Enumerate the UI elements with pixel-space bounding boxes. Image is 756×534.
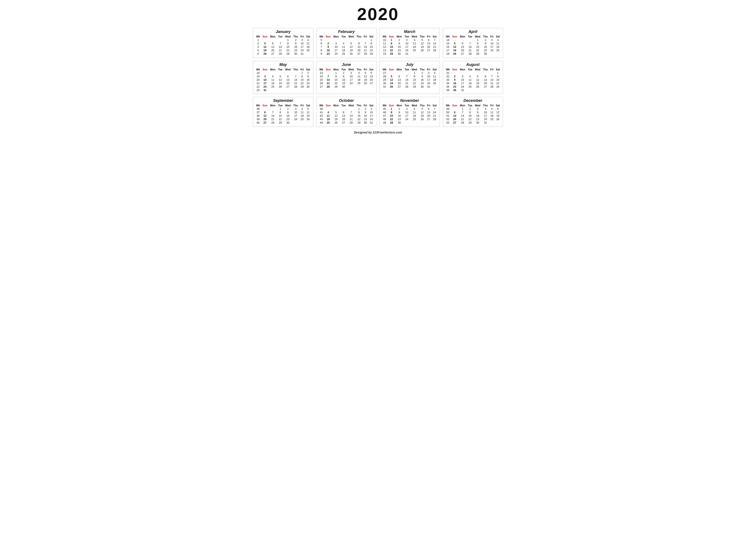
day-cell: 3 xyxy=(458,75,467,78)
week-number: 13 xyxy=(381,49,388,52)
day-cell: 29 xyxy=(495,85,501,89)
day-cell: 28 xyxy=(489,85,495,89)
day-cell: 22 xyxy=(473,49,482,52)
day-cell xyxy=(458,56,467,56)
day-cell: 19 xyxy=(418,114,426,117)
col-header-tue: Tue xyxy=(467,104,473,107)
day-cell: 9 xyxy=(395,111,403,114)
day-cell: 10 xyxy=(482,111,489,114)
month-block-october: OctoberWkSunMonTueWedThuFriSat4012341456… xyxy=(316,97,377,127)
day-cell: 20 xyxy=(368,78,375,82)
day-cell: 4 xyxy=(305,38,311,42)
day-cell xyxy=(340,56,347,56)
col-header-tue: Tue xyxy=(403,35,410,38)
day-cell: 6 xyxy=(451,111,458,114)
month-block-december: DecemberWkSunMonTueWedThuFriSat491234565… xyxy=(443,97,503,127)
day-cell: 21 xyxy=(467,49,473,52)
day-cell: 24 xyxy=(347,82,355,85)
col-header-wk: Wk xyxy=(445,68,451,71)
week-row xyxy=(381,56,438,56)
col-header-wk: Wk xyxy=(445,104,451,107)
day-cell: 27 xyxy=(284,85,292,89)
day-cell: 3 xyxy=(347,71,355,75)
week-number: 43 xyxy=(318,117,325,121)
day-cell: 17 xyxy=(292,114,299,117)
day-cell xyxy=(403,124,410,125)
day-cell: 23 xyxy=(395,49,403,52)
day-cell: 29 xyxy=(284,52,292,56)
col-header-thu: Thu xyxy=(418,104,426,107)
day-cell: 25 xyxy=(305,49,311,52)
month-title: June xyxy=(318,63,375,67)
day-cell: 22 xyxy=(277,117,284,121)
day-cell xyxy=(355,38,363,42)
day-cell xyxy=(403,56,410,56)
day-cell: 22 xyxy=(355,117,363,121)
day-cell xyxy=(458,71,467,75)
col-header-mon: Mon xyxy=(332,68,340,71)
day-cell xyxy=(347,38,355,42)
day-cell xyxy=(426,89,431,89)
col-header-tue: Tue xyxy=(277,68,284,71)
day-cell: 25 xyxy=(269,85,277,89)
day-cell: 5 xyxy=(305,107,311,111)
day-cell xyxy=(261,107,269,111)
day-cell: 16 xyxy=(324,49,332,52)
day-cell: 13 xyxy=(458,45,467,49)
week-number: 44 xyxy=(318,121,325,124)
col-header-mon: Mon xyxy=(269,68,277,71)
day-cell xyxy=(284,56,292,56)
day-cell: 13 xyxy=(395,78,403,82)
day-cell: 7 xyxy=(292,75,299,78)
day-cell: 15 xyxy=(495,78,501,82)
day-cell: 20 xyxy=(395,82,403,85)
day-cell: 8 xyxy=(277,111,284,114)
month-title: May xyxy=(255,63,311,67)
day-cell: 11 xyxy=(269,78,277,82)
day-cell: 25 xyxy=(410,49,418,52)
month-block-august: AugustWkSunMonTueWedThuFriSat31132234567… xyxy=(443,61,503,94)
day-cell xyxy=(324,124,332,125)
col-header-sat: Sat xyxy=(495,35,501,38)
day-cell xyxy=(277,56,284,56)
day-cell xyxy=(299,124,305,125)
col-header-wk: Wk xyxy=(445,35,451,38)
day-cell: 22 xyxy=(388,49,395,52)
week-number: 17 xyxy=(445,49,451,52)
col-header-wk: Wk xyxy=(381,104,388,107)
col-header-sun: Sun xyxy=(451,104,458,107)
day-cell: 1 xyxy=(410,71,418,75)
day-cell xyxy=(368,89,375,89)
day-cell xyxy=(410,56,418,56)
day-cell: 8 xyxy=(495,75,501,78)
day-cell: 4 xyxy=(324,111,332,114)
day-cell xyxy=(305,89,311,92)
day-cell: 5 xyxy=(261,42,269,45)
week-number xyxy=(381,89,388,89)
year-title: 2020 xyxy=(253,4,503,24)
day-cell: 23 xyxy=(324,52,332,56)
day-cell: 31 xyxy=(482,121,489,124)
day-cell: 9 xyxy=(482,42,489,45)
day-cell: 4 xyxy=(495,38,501,42)
week-row: 451234567 xyxy=(381,107,438,111)
day-cell: 8 xyxy=(284,42,292,45)
week-number xyxy=(318,89,325,89)
day-cell xyxy=(363,124,368,125)
day-cell xyxy=(482,71,489,75)
month-title: July xyxy=(381,63,438,67)
week-row xyxy=(318,124,375,125)
day-cell xyxy=(451,38,458,42)
day-cell: 29 xyxy=(467,121,473,124)
week-row: 2331 xyxy=(255,89,311,92)
day-cell: 1 xyxy=(368,38,375,42)
week-row xyxy=(381,124,438,125)
week-number: 40 xyxy=(318,107,325,111)
col-header-mon: Mon xyxy=(395,104,403,107)
week-row: 923242526272829 xyxy=(318,52,375,56)
day-cell xyxy=(277,71,284,75)
day-cell: 9 xyxy=(418,75,426,78)
day-cell: 27 xyxy=(269,52,277,56)
week-row: 3612345 xyxy=(255,107,311,111)
col-header-sat: Sat xyxy=(305,104,311,107)
